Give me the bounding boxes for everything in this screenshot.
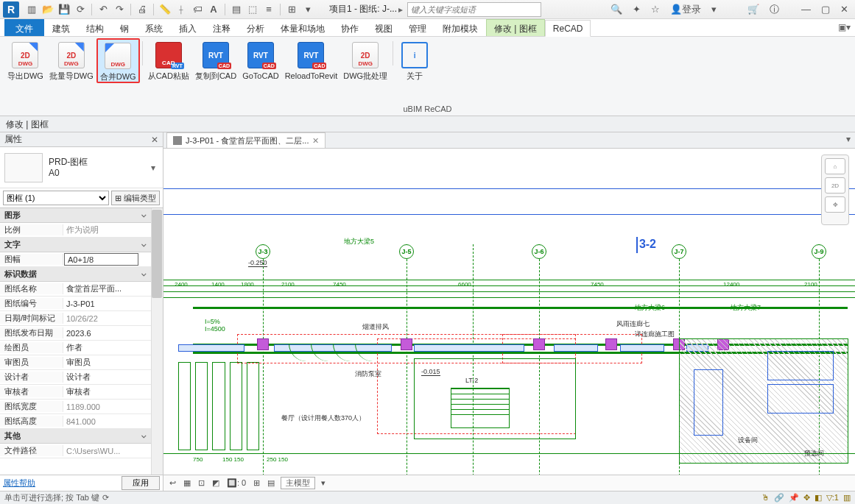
cart-icon[interactable]: 🛒 [745,2,762,17]
qat-3d-icon[interactable]: ⬚ [245,2,260,17]
cat-graphic[interactable]: 图形⌵ [0,208,151,223]
qat-dim-icon[interactable]: ⟊ [174,2,189,17]
app-logo[interactable]: R [3,1,19,18]
star-icon[interactable]: ☆ [648,2,663,17]
tab-addins[interactable]: 附加模块 [434,19,486,36]
search-input[interactable] [407,2,541,17]
vc-filter2-icon[interactable]: ▤ [266,478,276,488]
sb-select-icon[interactable]: 🖱 [761,493,770,503]
qat-sync-icon[interactable]: ⟳ [73,2,88,17]
qat-folder-icon[interactable]: 📂 [41,2,55,17]
qat-close-icon[interactable]: ⊞ [284,2,299,17]
doc-tab-menu-icon[interactable]: ▾ [842,132,855,148]
export-dwg-button[interactable]: 2D 导出DWG [4,38,46,83]
vc-crop-icon[interactable]: ⊡ [197,478,206,488]
nav-2d-icon[interactable]: 2D [825,177,845,194]
qat-more-icon[interactable]: ▾ [708,2,719,17]
cat-other[interactable]: 其他⌵ [0,429,151,444]
vc-adjust-icon[interactable]: ◩ [211,478,221,488]
tab-modify[interactable]: 修改 | 图框 [486,19,545,36]
window-restore-icon[interactable]: ▢ [818,2,833,17]
tab-analyze[interactable]: 分析 [239,19,272,36]
sb-drag-icon[interactable]: ✥ [803,493,810,503]
qat-undo-icon[interactable]: ↶ [96,2,110,17]
apply-button[interactable]: 应用 [122,476,160,490]
cat-text[interactable]: 文字⌵ [0,238,151,252]
tab-manage[interactable]: 管理 [401,19,434,36]
properties-panel: 属性 ✕ PRD-图框 A0 ▾ 图框 (1) ⊞编辑类型 图形⌵ 比例作为说明… [0,132,163,491]
copy-to-cad-button[interactable]: RVTCAD 复制到CAD [192,38,239,83]
dwg-batch-button[interactable]: 2D DWG批处理 [340,38,390,83]
qat-print-icon[interactable]: 🖨 [135,2,149,17]
user-icon[interactable]: 👤 登录 [667,2,704,17]
vc-hidden-icon[interactable]: ⊞ [252,478,261,488]
property-filter-select[interactable]: 图框 (1) [3,191,109,205]
qat-save-icon[interactable]: 💾 [57,2,71,17]
window-close-icon[interactable]: ✕ [837,2,851,17]
window-minimize-icon[interactable]: — [798,2,814,17]
tab-steel[interactable]: 钢 [112,19,137,36]
type-selector[interactable]: PRD-图框 A0 ▾ [0,147,163,188]
qat-section-icon[interactable]: ▤ [229,2,244,17]
ribbon-panel-title: uBIM ReCAD [0,104,855,113]
goto-cad-button[interactable]: RVTCAD GoToCAD [239,38,282,83]
tab-view[interactable]: 视图 [367,19,401,36]
dwg-batch2-icon: 2D [352,42,379,68]
properties-close-icon[interactable]: ✕ [151,135,158,145]
vc-undo-icon[interactable]: ↩ [168,478,177,488]
qat-measure-icon[interactable]: 📏 [158,2,172,17]
tufu-input[interactable]: A0+1/8 [64,253,138,266]
vc-dd-icon[interactable]: ▾ [320,478,327,488]
sb-filter-icon[interactable]: ▽:1 [826,493,839,503]
tab-collaborate[interactable]: 协作 [333,19,367,36]
tab-systems[interactable]: 系统 [137,19,171,36]
navigation-cube[interactable]: ⌂ 2D ✥ [821,155,849,225]
binoculars-icon[interactable]: 🔍 [608,2,625,17]
batch-export-dwg-button[interactable]: 2D 批量导DWG [46,38,96,83]
cat-ident[interactable]: 标识数据⌵ [0,267,151,282]
help-icon[interactable]: ⓘ [767,2,782,17]
tab-structure[interactable]: 结构 [78,19,112,36]
tab-insert[interactable]: 插入 [171,19,205,36]
tab-massing[interactable]: 体量和场地 [272,19,333,36]
document-tab[interactable]: J-3-P01 - 食堂首层平面图、二层... ✕ [166,132,326,148]
tab-architecture[interactable]: 建筑 [44,19,78,36]
paste-from-cad-button[interactable]: RVT 从CAD粘贴 [145,38,192,83]
dwg-export-icon: 2D [12,42,38,68]
qat-open-icon[interactable]: ▥ [24,2,39,17]
merge-dwg-button[interactable]: 合并DWG [96,38,140,83]
qat-tag-icon[interactable]: 🏷 [190,2,205,17]
vc-scale-label[interactable]: 🔲: 0 [225,478,247,488]
info-icon: i [401,42,428,68]
reload-to-revit-button[interactable]: RVTCAD ReloadToRevit [282,38,341,83]
tab-close-icon[interactable]: ✕ [312,136,319,146]
sb-link-icon[interactable]: 🔗 [774,493,784,503]
type-thumbnail [4,153,43,182]
qat-text-icon[interactable]: A [206,2,221,17]
edit-type-button[interactable]: ⊞编辑类型 [111,191,160,205]
tab-annotate[interactable]: 注释 [205,19,239,36]
type-dropdown-icon[interactable]: ▾ [148,163,158,173]
nav-pan-icon[interactable]: ✥ [825,196,845,213]
prop-row: 审核者审核者 [0,385,151,400]
tab-recad[interactable]: ReCAD [545,20,591,37]
ribbon-collapse-icon[interactable]: ▣▾ [834,19,855,36]
comm-icon[interactable]: ✦ [630,2,644,17]
vc-scale-icon[interactable]: ▦ [182,478,192,488]
nav-home-icon[interactable]: ⌂ [825,158,845,174]
properties-help-link[interactable]: 属性帮助 [3,478,35,489]
prop-row: 图纸发布日期2023.6 [0,326,151,341]
sb-pin-icon[interactable]: 📌 [789,493,799,503]
vc-model-select[interactable]: 主模型 [281,477,315,489]
tab-file[interactable]: 文件 [4,19,44,36]
sb-highlight-icon[interactable]: ◧ [814,493,822,503]
properties-scrollbar[interactable] [151,208,163,475]
properties-grid: 图形⌵ 比例作为说明 文字⌵ 图幅A0+1/8 标识数据⌵ 图纸名称食堂首层平面… [0,207,163,475]
about-button[interactable]: i 关于 [395,38,434,83]
qat-dropdown-icon[interactable]: ▾ [300,2,315,17]
qat-redo-icon[interactable]: ↷ [112,2,127,17]
sb-tray-icon[interactable]: ▥ [843,493,851,503]
prop-row: 图纸名称食堂首层平面... [0,282,151,297]
viewport[interactable]: 3-2 J-3 J-5 J-6 J-7 J-9 地方大梁5 地方大梁6 地方大梁… [163,149,855,491]
qat-thin-icon[interactable]: ≡ [261,2,276,17]
